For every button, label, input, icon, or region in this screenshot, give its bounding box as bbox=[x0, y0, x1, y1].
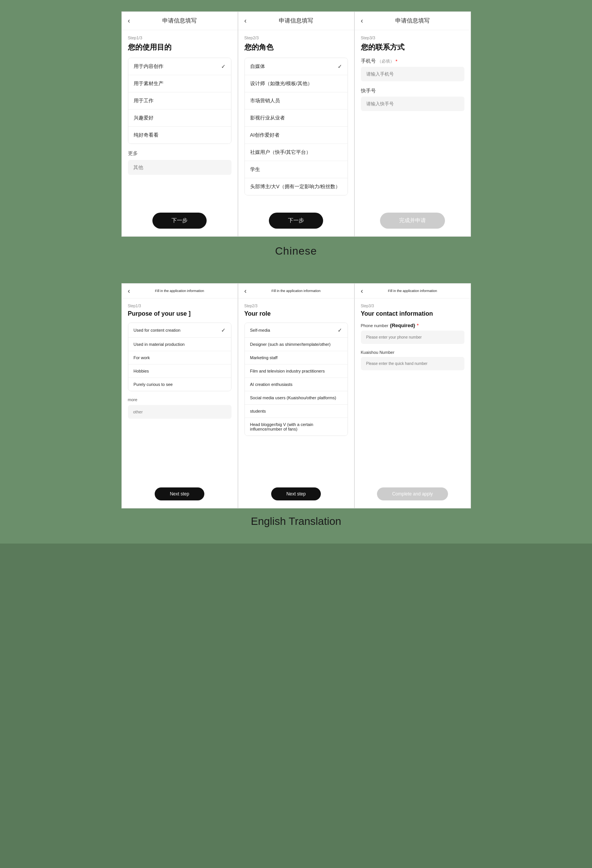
en-panel-3-footer: Complete and apply bbox=[355, 487, 471, 500]
en-option-1-1[interactable]: Used in material production bbox=[128, 338, 231, 351]
en-check-2-0: ✓ bbox=[338, 327, 342, 333]
cn-other-input-1[interactable] bbox=[128, 160, 231, 175]
cn-phone-group: 手机号 （必填） * bbox=[361, 58, 464, 81]
en-other-input-1[interactable] bbox=[128, 405, 231, 419]
cn-option-label-2-7: 头部博主/大V（拥有一定影响力/粉丝数） bbox=[250, 183, 341, 190]
back-icon-en2[interactable]: ‹ bbox=[244, 287, 247, 295]
en-more-label-1: more bbox=[128, 397, 231, 402]
cn-title-1: 您的使用目的 bbox=[128, 42, 231, 52]
cn-option-label-2-6: 学生 bbox=[250, 166, 260, 173]
cn-panel-2-footer: 下一步 bbox=[238, 213, 354, 229]
back-icon-cn1[interactable]: ‹ bbox=[128, 17, 130, 25]
cn-option-2-3[interactable]: 影视行业从业者 bbox=[245, 110, 348, 127]
en-option-label-1-3: Hobbies bbox=[134, 369, 149, 373]
en-phone-input[interactable] bbox=[361, 331, 464, 344]
cn-phone-label: 手机号 （必填） * bbox=[361, 58, 464, 65]
chinese-phones-row: ‹ 申请信息填写 Step1/3 您的使用目的 用于内容创作 ✓ 用于素材生产 … bbox=[11, 11, 581, 237]
en-panel-1-footer: Next step bbox=[122, 487, 238, 500]
back-icon-cn2[interactable]: ‹ bbox=[244, 17, 247, 25]
cn-option-1-3[interactable]: 兴趣爱好 bbox=[128, 110, 231, 127]
en-title-3: Your contact information bbox=[361, 310, 464, 317]
en-quick-input[interactable] bbox=[361, 357, 464, 370]
back-icon-cn3[interactable]: ‹ bbox=[361, 17, 363, 25]
en-panel-1-body: Step1/3 Purpose of your use ] Used for c… bbox=[122, 298, 238, 424]
en-options-list-1: Used for content creation ✓ Used in mate… bbox=[128, 323, 231, 391]
back-icon-en3[interactable]: ‹ bbox=[361, 287, 363, 295]
cn-check-2-0: ✓ bbox=[338, 63, 342, 69]
en-title-2: Your role bbox=[244, 310, 348, 317]
cn-option-2-7[interactable]: 头部博主/大V（拥有一定影响力/粉丝数） bbox=[245, 178, 348, 195]
cn-option-2-0[interactable]: 自媒体 ✓ bbox=[245, 58, 348, 75]
cn-quick-label: 快手号 bbox=[361, 87, 464, 94]
cn-panel-2: ‹ 申请信息填写 Step2/3 您的角色 自媒体 ✓ 设计师（如微光/模板/其… bbox=[238, 11, 354, 237]
en-option-label-2-6: students bbox=[250, 409, 266, 413]
en-panel-2-title: Fill in the application information bbox=[272, 289, 321, 293]
cn-quick-group: 快手号 bbox=[361, 87, 464, 111]
cn-quick-input[interactable] bbox=[361, 97, 464, 111]
cn-option-2-1[interactable]: 设计师（如微光/模板/其他） bbox=[245, 75, 348, 92]
en-panel-1-title: Fill in the application information bbox=[155, 289, 204, 293]
cn-complete-btn[interactable]: 完成并申请 bbox=[380, 213, 445, 229]
cn-step-3: Step3/3 bbox=[361, 35, 464, 40]
en-option-label-2-3: Film and television industry practitione… bbox=[250, 369, 325, 373]
en-option-label-2-7: Head blogger/big V (with a certain influ… bbox=[250, 422, 342, 431]
en-panel-2-header: ‹ Fill in the application information bbox=[238, 284, 354, 298]
cn-panel-2-body: Step2/3 您的角色 自媒体 ✓ 设计师（如微光/模板/其他） 市场营销人员… bbox=[238, 30, 354, 207]
en-panel-2-footer: Next step bbox=[238, 487, 354, 500]
back-icon-en1[interactable]: ‹ bbox=[128, 287, 130, 295]
en-option-2-2[interactable]: Marketing staff bbox=[245, 351, 348, 365]
cn-panel-3-header: ‹ 申请信息填写 bbox=[355, 12, 471, 30]
cn-panel-3-title: 申请信息填写 bbox=[395, 17, 430, 24]
en-option-2-4[interactable]: AI creation enthusiasts bbox=[245, 378, 348, 391]
en-option-1-0[interactable]: Used for content creation ✓ bbox=[128, 323, 231, 338]
cn-option-1-4[interactable]: 纯好奇看看 bbox=[128, 127, 231, 144]
en-option-2-6[interactable]: students bbox=[245, 405, 348, 418]
chinese-section: ‹ 申请信息填写 Step1/3 您的使用目的 用于内容创作 ✓ 用于素材生产 … bbox=[0, 0, 592, 272]
cn-option-2-2[interactable]: 市场营销人员 bbox=[245, 92, 348, 110]
cn-title-3: 您的联系方式 bbox=[361, 42, 464, 52]
cn-panel-1-body: Step1/3 您的使用目的 用于内容创作 ✓ 用于素材生产 用于工作 兴趣爱好 bbox=[122, 30, 238, 180]
en-next-btn-1[interactable]: Next step bbox=[155, 487, 205, 500]
en-complete-btn[interactable]: Complete and apply bbox=[377, 487, 448, 500]
en-phone-label: Phone number {Required} * bbox=[361, 323, 464, 328]
en-next-btn-2[interactable]: Next step bbox=[271, 487, 321, 500]
english-phones-row: ‹ Fill in the application information St… bbox=[11, 283, 581, 508]
en-option-1-4[interactable]: Purely curious to see bbox=[128, 378, 231, 391]
cn-step-2: Step2/3 bbox=[244, 35, 348, 40]
cn-next-btn-2[interactable]: 下一步 bbox=[269, 213, 323, 229]
en-panel-3-body: Step3/3 Your contact information Phone n… bbox=[355, 298, 471, 382]
cn-more-label-1: 更多 bbox=[128, 150, 231, 157]
en-step-1: Step1/3 bbox=[128, 304, 231, 308]
cn-options-list-1: 用于内容创作 ✓ 用于素材生产 用于工作 兴趣爱好 纯好奇看看 bbox=[128, 58, 231, 144]
english-section: ‹ Fill in the application information St… bbox=[0, 272, 592, 544]
en-options-list-2: Self-media ✓ Designer (such as shimmer/t… bbox=[244, 323, 348, 436]
en-step-2: Step2/3 bbox=[244, 304, 348, 308]
en-option-2-1[interactable]: Designer (such as shimmer/template/other… bbox=[245, 338, 348, 351]
cn-option-1-0[interactable]: 用于内容创作 ✓ bbox=[128, 58, 231, 75]
en-option-label-1-0: Used for content creation bbox=[134, 328, 181, 332]
cn-panel-1-header: ‹ 申请信息填写 bbox=[122, 12, 238, 30]
en-option-1-2[interactable]: For work bbox=[128, 351, 231, 365]
cn-options-list-2: 自媒体 ✓ 设计师（如微光/模板/其他） 市场营销人员 影视行业从业者 AI创作… bbox=[244, 58, 348, 195]
en-option-2-5[interactable]: Social media users (Kuaishou/other platf… bbox=[245, 391, 348, 405]
en-panel-1: ‹ Fill in the application information St… bbox=[121, 283, 238, 508]
cn-option-label-2-1: 设计师（如微光/模板/其他） bbox=[250, 80, 312, 87]
en-option-1-3[interactable]: Hobbies bbox=[128, 365, 231, 378]
en-title-1: Purpose of your use ] bbox=[128, 310, 231, 317]
cn-option-1-1[interactable]: 用于素材生产 bbox=[128, 75, 231, 92]
cn-option-2-6[interactable]: 学生 bbox=[245, 161, 348, 178]
en-option-2-0[interactable]: Self-media ✓ bbox=[245, 323, 348, 338]
en-panel-3-header: ‹ Fill in the application information bbox=[355, 284, 471, 298]
cn-phone-input[interactable] bbox=[361, 67, 464, 81]
en-option-2-3[interactable]: Film and television industry practitione… bbox=[245, 365, 348, 378]
english-label: English Translation bbox=[11, 508, 581, 536]
cn-next-btn-1[interactable]: 下一步 bbox=[152, 213, 207, 229]
cn-option-2-4[interactable]: AI创作爱好者 bbox=[245, 127, 348, 144]
cn-panel-1-footer: 下一步 bbox=[122, 213, 238, 229]
en-panel-3-title: Fill in the application information bbox=[388, 289, 437, 293]
cn-step-1: Step1/3 bbox=[128, 35, 231, 40]
en-option-2-7[interactable]: Head blogger/big V (with a certain influ… bbox=[245, 418, 348, 436]
cn-option-1-2[interactable]: 用于工作 bbox=[128, 92, 231, 110]
en-check-1-0: ✓ bbox=[221, 327, 226, 333]
cn-option-2-5[interactable]: 社媒用户（快手/其它平台） bbox=[245, 144, 348, 161]
